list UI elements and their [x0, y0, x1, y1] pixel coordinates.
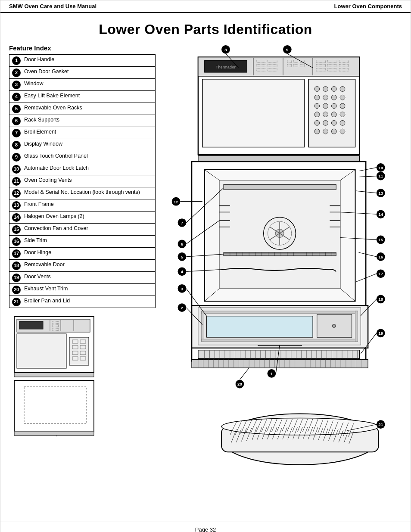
feature-row: 8Display Window — [9, 139, 155, 151]
svg-point-70 — [340, 112, 345, 117]
feature-row: 12Model & Serial No. Location (look thro… — [9, 187, 155, 199]
svg-rect-2 — [19, 321, 43, 329]
feature-number: 5 — [12, 105, 21, 113]
feature-number: 8 — [12, 141, 21, 149]
feature-row: 3Window — [9, 79, 155, 91]
svg-point-78 — [340, 129, 345, 134]
svg-point-73 — [331, 120, 336, 125]
feature-number: 14 — [12, 213, 21, 222]
feature-number: 9 — [12, 153, 21, 162]
svg-point-69 — [331, 112, 336, 117]
svg-text:19: 19 — [378, 331, 383, 336]
page-number: Page 32 — [195, 526, 216, 532]
feature-number: 7 — [12, 129, 21, 137]
feature-number: 2 — [12, 68, 21, 77]
feature-label: Convection Fan and Cover — [24, 225, 153, 233]
svg-text:9: 9 — [286, 47, 289, 52]
feature-row: 18Removable Door — [9, 260, 155, 272]
feature-label: Oven Cooling Vents — [24, 177, 153, 184]
svg-rect-22 — [14, 431, 94, 436]
feature-number: 10 — [12, 165, 21, 174]
svg-rect-19 — [14, 373, 94, 377]
feature-label: Glass Touch Control Panel — [24, 152, 153, 160]
feature-row: 14Halogen Oven Lamps (2) — [9, 212, 155, 224]
svg-text:7: 7 — [181, 221, 184, 225]
page-header: SMW Oven Care and Use Manual Lower Oven … — [0, 0, 411, 13]
svg-text:8: 8 — [224, 47, 227, 52]
content-area: Feature Index 1Door Handle2Oven Door Gas… — [0, 44, 411, 522]
feature-label: Window — [24, 80, 153, 88]
svg-rect-132 — [207, 316, 313, 337]
feature-number: 20 — [12, 286, 21, 294]
feature-label: Easy Lift Bake Element — [24, 92, 153, 100]
svg-point-56 — [323, 87, 328, 92]
feature-row: 2Oven Door Gasket — [9, 67, 155, 79]
svg-point-134 — [332, 324, 336, 328]
page-footer: Page 32 — [0, 522, 411, 532]
svg-text:11: 11 — [378, 174, 383, 179]
svg-text:6: 6 — [181, 242, 184, 246]
small-diagram: ➌ — [13, 316, 100, 438]
feature-number: 21 — [12, 298, 21, 306]
svg-point-57 — [331, 87, 336, 92]
feature-number: 6 — [12, 117, 21, 125]
feature-row: 21Broiler Pan and Lid — [9, 296, 155, 308]
svg-point-66 — [340, 103, 345, 109]
svg-point-60 — [323, 95, 328, 100]
svg-text:12: 12 — [174, 199, 178, 204]
feature-label: Halogen Oven Lamps (2) — [24, 213, 153, 221]
feature-number: 12 — [12, 189, 21, 198]
svg-point-72 — [323, 120, 328, 125]
feature-label: Oven Door Gasket — [24, 68, 153, 76]
svg-text:Thermador: Thermador — [216, 65, 236, 69]
feature-label: Display Window — [24, 140, 153, 148]
feature-label: Rack Supports — [24, 116, 153, 124]
feature-label: Broiler Pan and Lid — [24, 297, 153, 305]
svg-point-64 — [323, 103, 328, 109]
svg-rect-128 — [202, 311, 358, 314]
page-title: Lower Oven Parts Identification — [0, 13, 411, 44]
svg-text:21: 21 — [378, 422, 383, 427]
feature-row: 17Door Hinge — [9, 248, 155, 260]
svg-text:1: 1 — [271, 371, 273, 376]
svg-rect-95 — [224, 184, 336, 190]
feature-label: Door Handle — [24, 56, 153, 64]
header-right: Lower Oven Components — [334, 3, 402, 9]
svg-text:2: 2 — [181, 305, 184, 310]
svg-rect-79 — [198, 156, 360, 162]
svg-point-59 — [314, 95, 320, 100]
page-wrapper: SMW Oven Care and Use Manual Lower Oven … — [0, 0, 411, 532]
svg-point-58 — [340, 87, 345, 92]
feature-row: 16Side Trim — [9, 236, 155, 248]
feature-table: 1Door Handle2Oven Door Gasket3Window4Eas… — [9, 54, 156, 308]
svg-point-68 — [323, 112, 328, 117]
svg-point-75 — [314, 129, 320, 134]
right-column: Thermador — [164, 44, 402, 513]
svg-point-76 — [323, 129, 328, 134]
feature-label: Door Hinge — [24, 249, 153, 257]
feature-number: 18 — [12, 261, 21, 270]
header-left: SMW Oven Care and Use Manual — [9, 3, 97, 9]
feature-label: Door Vents — [24, 273, 153, 281]
svg-rect-130 — [202, 339, 358, 342]
svg-rect-9 — [17, 334, 66, 368]
svg-rect-131 — [355, 311, 358, 342]
feature-label: Removable Door — [24, 261, 153, 269]
feature-row: 19Door Vents — [9, 272, 155, 284]
svg-point-74 — [340, 120, 345, 125]
feature-row: 15Convection Fan and Cover — [9, 224, 155, 236]
svg-point-63 — [314, 103, 320, 109]
svg-text:15: 15 — [378, 237, 383, 242]
feature-label: Removable Oven Racks — [24, 104, 153, 112]
feature-row: 4Easy Lift Bake Element — [9, 91, 155, 103]
svg-point-61 — [331, 95, 336, 100]
svg-rect-20 — [14, 380, 94, 432]
feature-row: 13Front Frame — [9, 199, 155, 212]
svg-point-65 — [331, 103, 336, 109]
left-column: Feature Index 1Door Handle2Oven Door Gas… — [9, 44, 156, 513]
feature-label: Broil Element — [24, 128, 153, 136]
feature-row: 10Automatic Door Lock Latch — [9, 163, 155, 175]
svg-point-71 — [314, 120, 320, 125]
svg-point-55 — [314, 87, 320, 92]
svg-point-77 — [331, 129, 336, 134]
